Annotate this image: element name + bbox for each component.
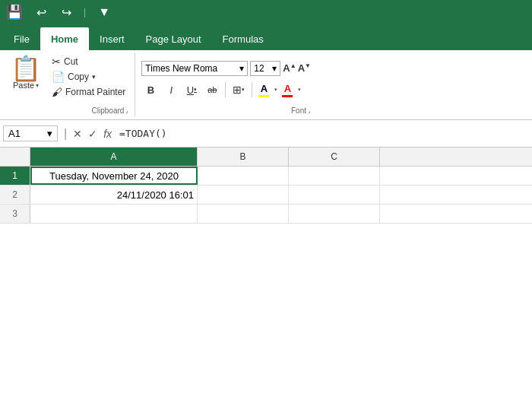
- cell-b1[interactable]: [198, 167, 289, 185]
- spreadsheet: A B C 1 Tuesday, November 24, 2020 2 24/…: [0, 148, 532, 419]
- format-painter-icon: 🖌: [52, 86, 62, 98]
- tab-file[interactable]: File: [3, 27, 40, 50]
- copy-dropdown-arrow: ▾: [92, 73, 96, 81]
- font-color-dropdown-arrow[interactable]: ▾: [298, 87, 301, 93]
- cell-ref-dropdown-arrow: ▾: [47, 128, 52, 139]
- cancel-formula-button[interactable]: ✕: [73, 128, 82, 140]
- formula-input[interactable]: =TODAY(): [115, 126, 529, 141]
- clipboard-group-label: Clipboard ⌟: [92, 105, 129, 115]
- format-separator: [225, 82, 226, 97]
- ribbon-tabs: File Home Insert Page Layout Formulas: [0, 24, 532, 50]
- confirm-formula-button[interactable]: ✓: [88, 128, 97, 140]
- borders-button[interactable]: ⊞ ▾: [230, 81, 248, 99]
- table-row: 2 24/11/2020 16:01: [0, 186, 532, 205]
- font-color-bar: [282, 95, 293, 97]
- clipboard-expand-icon[interactable]: ⌟: [125, 107, 128, 114]
- cut-icon: ✂: [52, 56, 61, 68]
- strikethrough-button[interactable]: ab: [203, 81, 221, 99]
- cell-a1[interactable]: Tuesday, November 24, 2020: [30, 167, 198, 185]
- tab-home[interactable]: Home: [40, 27, 89, 50]
- underline-dropdown-arrow: ▾: [194, 87, 197, 93]
- formula-bar: A1 ▾ | ✕ ✓ fx =TODAY(): [0, 120, 532, 148]
- fill-color-button[interactable]: A: [256, 81, 271, 99]
- row-header-1[interactable]: 1: [0, 167, 30, 185]
- font-size-dropdown-arrow: ▾: [272, 63, 277, 74]
- font-size-decrease-button[interactable]: A▼: [298, 62, 311, 74]
- font-size-arrows: A▲ A▼: [283, 62, 311, 74]
- redo-button[interactable]: ↪: [57, 4, 76, 21]
- font-content: Times New Roma ▾ 12 ▾ A▲ A▼ B I U ▾: [141, 55, 311, 105]
- fill-color-bar: [258, 95, 269, 97]
- format-separator-2: [252, 82, 252, 97]
- paste-label: Paste: [13, 81, 34, 90]
- excel-icon: 💾: [6, 4, 23, 21]
- format-painter-button[interactable]: 🖌 Format Painter: [49, 85, 128, 99]
- tab-formulas[interactable]: Formulas: [212, 27, 274, 50]
- cell-c1[interactable]: [289, 167, 380, 185]
- row-header-2[interactable]: 2: [0, 186, 30, 204]
- paste-dropdown-arrow: ▾: [36, 82, 39, 89]
- clipboard-content: 📋 Paste ▾ ✂ Cut 📄 Copy ▾ 🖌 For: [6, 55, 128, 105]
- undo-button[interactable]: ↩: [32, 4, 51, 21]
- row-header-3[interactable]: 3: [0, 205, 30, 223]
- fx-label: fx: [103, 128, 112, 140]
- copy-button[interactable]: 📄 Copy ▾: [49, 70, 128, 84]
- column-headers: A B C: [0, 148, 532, 167]
- tab-insert[interactable]: Insert: [89, 27, 135, 50]
- column-header-a[interactable]: A: [30, 148, 198, 166]
- cell-reference-box[interactable]: A1 ▾: [3, 125, 58, 141]
- font-name-row: Times New Roma ▾ 12 ▾ A▲ A▼: [141, 61, 311, 76]
- bold-button[interactable]: B: [141, 81, 160, 99]
- font-group: Times New Roma ▾ 12 ▾ A▲ A▼ B I U ▾: [135, 53, 317, 116]
- table-row: 3: [0, 205, 532, 224]
- cell-a3[interactable]: [30, 205, 198, 223]
- customize-quick-access-button[interactable]: ▼: [93, 4, 115, 21]
- column-header-c[interactable]: C: [289, 148, 380, 166]
- font-size-box[interactable]: 12 ▾: [250, 61, 280, 76]
- clipboard-group: 📋 Paste ▾ ✂ Cut 📄 Copy ▾ 🖌 For: [0, 53, 135, 116]
- copy-icon: 📄: [52, 71, 65, 83]
- cut-button[interactable]: ✂ Cut: [49, 55, 128, 68]
- clipboard-right-buttons: ✂ Cut 📄 Copy ▾ 🖌 Format Painter: [49, 55, 128, 99]
- font-name-dropdown-arrow: ▾: [239, 63, 244, 74]
- header-corner: [0, 148, 30, 166]
- formula-bar-divider: |: [64, 127, 67, 141]
- title-bar-separator: |: [84, 7, 86, 17]
- formula-bar-icons: ✕ ✓: [73, 128, 97, 140]
- paste-button[interactable]: 📋 Paste ▾: [6, 55, 46, 91]
- fill-color-dropdown-arrow[interactable]: ▾: [274, 87, 277, 93]
- ribbon: 📋 Paste ▾ ✂ Cut 📄 Copy ▾ 🖌 For: [0, 50, 532, 120]
- font-color-button[interactable]: A: [280, 81, 295, 99]
- font-name-box[interactable]: Times New Roma ▾: [141, 61, 248, 76]
- font-group-label: Font ⌟: [291, 105, 311, 115]
- cell-b3[interactable]: [198, 205, 289, 223]
- cell-a2[interactable]: 24/11/2020 16:01: [30, 186, 198, 204]
- cell-b2[interactable]: [198, 186, 289, 204]
- paste-icon: 📋: [11, 56, 41, 81]
- table-row: 1 Tuesday, November 24, 2020: [0, 167, 532, 186]
- font-format-row: B I U ▾ ab ⊞ ▾ A ▾ A: [141, 81, 311, 99]
- cell-c2[interactable]: [289, 186, 380, 204]
- font-size-increase-button[interactable]: A▲: [283, 62, 296, 74]
- cell-c3[interactable]: [289, 205, 380, 223]
- title-bar: 💾 ↩ ↪ | ▼: [0, 0, 532, 24]
- tab-page-layout[interactable]: Page Layout: [135, 27, 212, 50]
- italic-button[interactable]: I: [162, 81, 180, 99]
- column-header-b[interactable]: B: [198, 148, 289, 166]
- underline-button[interactable]: U ▾: [182, 81, 201, 99]
- font-expand-icon[interactable]: ⌟: [308, 107, 311, 114]
